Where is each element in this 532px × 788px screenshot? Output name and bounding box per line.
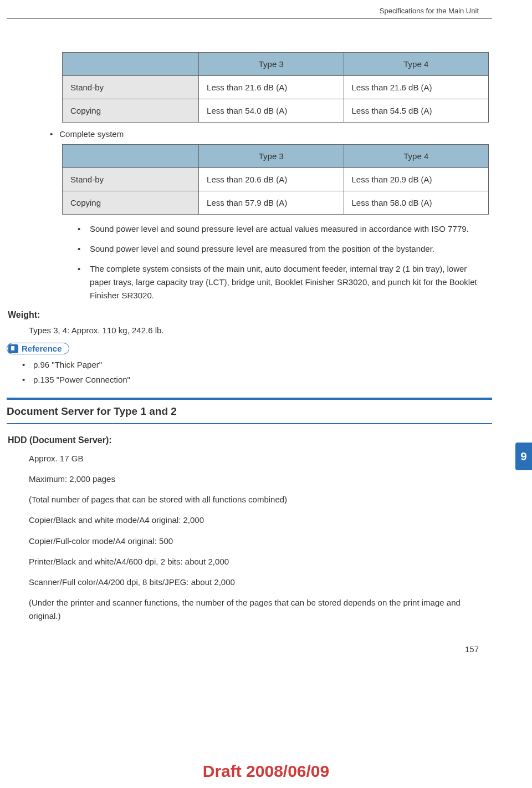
table-header-row: Type 3 Type 4 [63,145,489,168]
hdd-line: Approx. 17 GB [29,452,492,465]
page-number: 157 [7,644,492,654]
row-label: Copying [63,191,199,215]
row-value: Less than 57.9 dB (A) [199,191,344,215]
row-value: Less than 54.0 dB (A) [199,99,344,123]
row-label: Stand-by [63,168,199,191]
draft-stamp: Draft 2008/06/09 [0,762,532,781]
hdd-title: HDD (Document Server): [8,435,492,445]
section-heading: Document Server for Type 1 and 2 [7,398,492,424]
page-header-title: Specifications for the Main Unit [7,7,492,15]
table-row: Copying Less than 54.0 dB (A) Less than … [63,99,489,123]
weight-label: Weight: [8,310,492,320]
complete-system-label: Complete system [50,129,492,139]
table-header-blank [63,145,199,168]
table-row: Stand-by Less than 21.6 dB (A) Less than… [63,76,489,99]
table-row: Copying Less than 57.9 dB (A) Less than … [63,191,489,215]
reference-item: p.135 "Power Connection" [22,375,492,384]
note-item: Sound power level and sound pressure lev… [78,222,481,236]
row-value: Less than 21.6 dB (A) [344,76,488,99]
row-value: Less than 21.6 dB (A) [199,76,344,99]
reference-item: p.96 "Thick Paper" [22,360,492,369]
reference-icon [8,344,18,353]
table-header-type4: Type 4 [344,53,488,76]
notes-list: Sound power level and sound pressure lev… [78,222,481,302]
row-value: Less than 54.5 dB (A) [344,99,488,123]
sound-table-complete-system: Type 3 Type 4 Stand-by Less than 20.6 dB… [62,144,489,215]
table-header-type3: Type 3 [199,145,344,168]
table-header-blank [63,53,199,76]
row-value: Less than 20.9 dB (A) [344,168,488,191]
table-header-type3: Type 3 [199,53,344,76]
weight-value: Types 3, 4: Approx. 110 kg, 242.6 lb. [29,326,492,335]
sound-table-mainframe: Type 3 Type 4 Stand-by Less than 21.6 dB… [62,52,489,123]
header-divider [7,18,492,19]
section-bar-thin [7,423,492,424]
section-title: Document Server for Type 1 and 2 [7,400,492,423]
hdd-block: HDD (Document Server): Approx. 17 GB Max… [8,435,492,622]
row-label: Stand-by [63,76,199,99]
hdd-line: Copier/Black and white mode/A4 original:… [29,514,492,526]
reference-label: Reference [22,344,62,353]
table-header-type4: Type 4 [344,145,488,168]
table-header-row: Type 3 Type 4 [63,53,489,76]
hdd-line: (Total number of pages that can be store… [29,493,492,506]
note-item: The complete system consists of the main… [78,262,481,302]
hdd-line: Scanner/Full color/A4/200 dpi, 8 bits/JP… [29,576,492,588]
hdd-line: Copier/Full-color mode/A4 original: 500 [29,535,492,547]
table-row: Stand-by Less than 20.6 dB (A) Less than… [63,168,489,191]
row-value: Less than 20.6 dB (A) [199,168,344,191]
hdd-line: (Under the printer and scanner functions… [29,596,492,622]
row-value: Less than 58.0 dB (A) [344,191,488,215]
hdd-line: Maximum: 2,000 pages [29,472,492,485]
reference-badge: Reference [7,343,69,354]
reference-list: p.96 "Thick Paper" p.135 "Power Connecti… [22,360,492,384]
note-item: Sound power level and sound pressure lev… [78,242,481,256]
hdd-line: Printer/Black and white/A4/600 dpi, 2 bi… [29,555,492,568]
row-label: Copying [63,99,199,123]
